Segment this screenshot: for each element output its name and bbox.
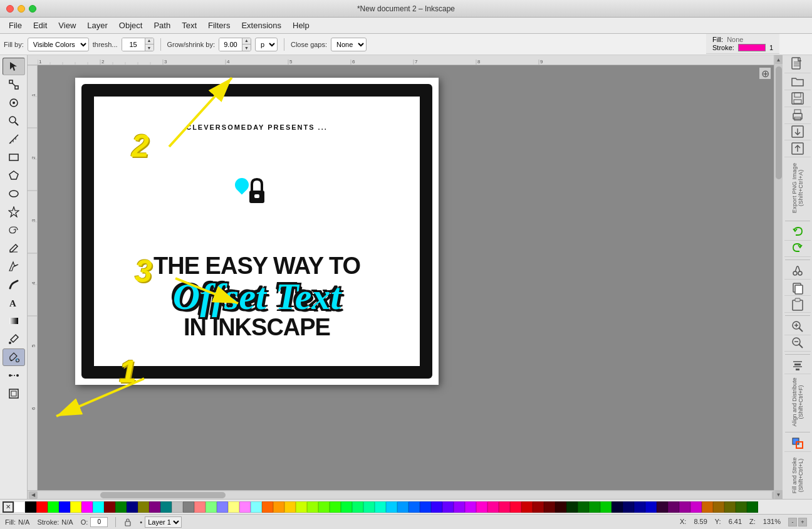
- palette-color-cell[interactable]: [81, 501, 93, 513]
- palette-color-cell[interactable]: [25, 501, 36, 513]
- palette-color-cell[interactable]: [702, 501, 713, 513]
- tool-paint-bucket[interactable]: [3, 348, 25, 366]
- palette-color-cell[interactable]: [623, 501, 634, 513]
- palette-color-cell[interactable]: [566, 501, 578, 513]
- palette-color-cell[interactable]: [431, 501, 442, 513]
- palette-color-cell[interactable]: [138, 501, 149, 513]
- palette-color-cell[interactable]: [487, 501, 499, 513]
- redo-button[interactable]: [784, 241, 811, 258]
- palette-color-cell[interactable]: [284, 501, 296, 513]
- palette-color-cell[interactable]: [375, 501, 386, 513]
- palette-color-cell[interactable]: [634, 501, 645, 513]
- palette-color-cell[interactable]: [160, 501, 172, 513]
- palette-color-cell[interactable]: [612, 501, 623, 513]
- palette-color-cell[interactable]: [330, 501, 341, 513]
- opacity-input[interactable]: [90, 517, 108, 527]
- palette-color-cell[interactable]: [476, 501, 487, 513]
- grow-down-arrow[interactable]: ▼: [242, 45, 251, 51]
- scroll-left-button[interactable]: ◀: [29, 491, 38, 499]
- minimize-button[interactable]: [18, 5, 25, 13]
- export-png-button[interactable]: [784, 140, 811, 157]
- palette-color-cell[interactable]: [59, 501, 70, 513]
- palette-color-cell[interactable]: [273, 501, 284, 513]
- palette-color-cell[interactable]: [115, 501, 127, 513]
- palette-color-cell[interactable]: [251, 501, 262, 513]
- palette-color-cell[interactable]: [736, 501, 747, 513]
- tool-dropper[interactable]: [3, 330, 25, 348]
- zoom-button[interactable]: ⊕: [759, 68, 771, 79]
- zoom-out-canvas-button[interactable]: [784, 335, 811, 352]
- window-controls[interactable]: [6, 5, 36, 13]
- menu-edit[interactable]: Edit: [28, 19, 52, 31]
- palette-color-cell[interactable]: [183, 501, 194, 513]
- palette-color-cell[interactable]: [510, 501, 521, 513]
- menu-object[interactable]: Object: [114, 19, 148, 31]
- palette-color-cell[interactable]: [521, 501, 533, 513]
- canvas-area[interactable]: 1 2 3 4 5 6 7 8 9: [28, 55, 782, 499]
- menu-extensions[interactable]: Extensions: [236, 19, 286, 31]
- close-button[interactable]: [6, 5, 14, 13]
- copy-button[interactable]: [784, 280, 811, 296]
- tool-pencil[interactable]: [3, 239, 25, 257]
- zoom-in-canvas-button[interactable]: [784, 318, 811, 335]
- scrollbar-vertical[interactable]: ▲ ▼: [774, 55, 783, 499]
- tool-star[interactable]: [3, 203, 25, 221]
- palette-color-cell[interactable]: [48, 501, 59, 513]
- palette-color-cell[interactable]: [217, 501, 228, 513]
- import-button[interactable]: [784, 124, 811, 141]
- palette-color-cell[interactable]: [578, 501, 589, 513]
- palette-color-cell[interactable]: [228, 501, 239, 513]
- close-gaps-select[interactable]: None: [331, 38, 367, 51]
- palette-color-cell[interactable]: [668, 501, 679, 513]
- tool-rect[interactable]: [3, 149, 25, 166]
- tool-pen[interactable]: [3, 258, 25, 275]
- grow-up-arrow[interactable]: ▲: [242, 38, 251, 45]
- menu-view[interactable]: View: [53, 19, 81, 31]
- palette-color-cell[interactable]: [747, 501, 758, 513]
- palette-color-cell[interactable]: [442, 501, 454, 513]
- paste-button[interactable]: [784, 296, 811, 313]
- threshold-up-arrow[interactable]: ▲: [145, 38, 154, 45]
- menu-filters[interactable]: Filters: [203, 19, 235, 31]
- palette-color-cell[interactable]: [544, 501, 555, 513]
- tool-text[interactable]: A: [3, 294, 25, 312]
- palette-color-cell[interactable]: [296, 501, 307, 513]
- palette-color-cell[interactable]: [533, 501, 544, 513]
- menu-help[interactable]: Help: [288, 19, 315, 31]
- palette-color-cell[interactable]: [454, 501, 465, 513]
- align-distribute-button[interactable]: [784, 357, 811, 374]
- tool-selector[interactable]: [3, 58, 25, 75]
- palette-color-cell[interactable]: [386, 501, 397, 513]
- menu-layer[interactable]: Layer: [82, 19, 113, 31]
- palette-color-cell[interactable]: [172, 501, 183, 513]
- scroll-thumb-h[interactable]: [100, 492, 226, 498]
- save-button[interactable]: [784, 90, 811, 107]
- palette-color-cell[interactable]: [194, 501, 206, 513]
- palette-color-cell[interactable]: [341, 501, 352, 513]
- palette-color-cell[interactable]: [307, 501, 318, 513]
- palette-color-cell[interactable]: [690, 501, 702, 513]
- zoom-increase-button[interactable]: +: [798, 518, 807, 526]
- print-button[interactable]: [784, 107, 811, 124]
- zoom-decrease-button[interactable]: -: [788, 518, 797, 526]
- cut-button[interactable]: [784, 263, 811, 280]
- status-layer[interactable]: • Layer 1: [140, 516, 182, 528]
- fill-by-select[interactable]: Visible Colors: [28, 38, 89, 51]
- tool-frames[interactable]: [3, 385, 25, 402]
- palette-color-cell[interactable]: [657, 501, 668, 513]
- maximize-button[interactable]: [29, 5, 36, 13]
- grow-unit-select[interactable]: pt: [255, 38, 278, 51]
- stroke-color-swatch[interactable]: [738, 44, 766, 51]
- tool-spiral[interactable]: [3, 221, 25, 239]
- fill-stroke-button[interactable]: [784, 435, 811, 452]
- tool-ellipse[interactable]: [3, 185, 25, 202]
- palette-color-cell[interactable]: [239, 501, 251, 513]
- palette-color-cell[interactable]: [724, 501, 736, 513]
- palette-color-cell[interactable]: [70, 501, 81, 513]
- layer-select[interactable]: Layer 1: [145, 516, 182, 528]
- palette-color-cell[interactable]: [713, 501, 724, 513]
- palette-color-cell[interactable]: [127, 501, 138, 513]
- threshold-down-arrow[interactable]: ▼: [145, 45, 154, 51]
- tool-measure[interactable]: [3, 130, 25, 148]
- palette-color-cell[interactable]: [600, 501, 612, 513]
